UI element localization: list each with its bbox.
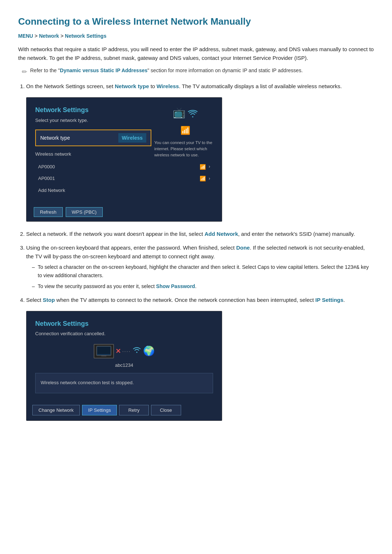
network-type-row[interactable]: Network type Wireless bbox=[35, 130, 151, 146]
step2-add-network-link[interactable]: Add Network bbox=[204, 231, 238, 237]
breadcrumb-sep2: > bbox=[61, 32, 64, 40]
status-text: Wireless network connection test is stop… bbox=[41, 380, 134, 385]
step3-sub-item-2: To view the security password as you ent… bbox=[32, 282, 374, 290]
page-title: Connecting to a Wireless Internet Networ… bbox=[18, 15, 374, 29]
ap0001-name: AP0001 bbox=[38, 175, 197, 182]
wifi-icon-ap0000: 📶 bbox=[200, 163, 206, 171]
intro-text: With networks that require a static IP a… bbox=[18, 45, 374, 62]
note-box: ✏ Refer to the "Dynamic versus Static IP… bbox=[18, 67, 374, 77]
globe-icon: 🌍 bbox=[143, 344, 155, 359]
chevron-ap0000: › bbox=[209, 163, 210, 170]
network-name: abc1234 bbox=[35, 362, 213, 369]
chevron-ap0001: › bbox=[209, 175, 210, 182]
wifi-diagram-icon bbox=[132, 345, 142, 357]
network-type-label: Network type bbox=[40, 134, 118, 142]
breadcrumb: MENU > Network > Network Settings bbox=[18, 32, 374, 40]
wifi-signal-icon bbox=[188, 108, 198, 121]
steps-list: On the Network Settings screen, set Netw… bbox=[18, 82, 374, 421]
ui-right-panel: 📺 📶 You can bbox=[154, 105, 216, 159]
ui-box1-bottom-bar: Refresh WPS (PBC) bbox=[26, 203, 222, 221]
step-1: On the Network Settings screen, set Netw… bbox=[26, 82, 374, 222]
pencil-icon: ✏ bbox=[22, 67, 27, 77]
svg-rect-2 bbox=[101, 356, 106, 356]
network-settings-box-2: Network Settings Connection verification… bbox=[26, 311, 222, 421]
close-button[interactable]: Close bbox=[151, 405, 181, 415]
change-network-button[interactable]: Change Network bbox=[32, 405, 80, 415]
retry-button[interactable]: Retry bbox=[119, 405, 148, 415]
right-panel-desc: You can connect your TV to the internet.… bbox=[154, 140, 216, 159]
step-4: Select Stop when the TV attempts to conn… bbox=[26, 296, 374, 421]
note-link[interactable]: Dynamic versus Static IP Addresses bbox=[60, 67, 147, 73]
step-2: Select a network. If the network you wan… bbox=[26, 230, 374, 238]
wps-pbc-button[interactable]: WPS (PBC) bbox=[66, 207, 103, 217]
step4-ip-settings-link[interactable]: IP Settings bbox=[315, 297, 343, 303]
svg-rect-1 bbox=[97, 347, 110, 354]
tv-diagram-icon bbox=[94, 344, 114, 358]
breadcrumb-sep1: > bbox=[34, 32, 37, 40]
ui-box2-subtitle: Connection verification cancelled. bbox=[35, 330, 213, 338]
tv-illustration-icon: 📺 bbox=[173, 105, 185, 121]
dots-line: ···· bbox=[122, 347, 131, 355]
add-network-btn[interactable]: Add Network bbox=[35, 185, 213, 197]
step1-wireless-link[interactable]: Wireless bbox=[156, 83, 179, 89]
breadcrumb-menu: MENU bbox=[18, 32, 33, 40]
ui-box2-bottom-bar: Change Network IP Settings Retry Close bbox=[26, 401, 222, 420]
step4-stop-link[interactable]: Stop bbox=[43, 297, 55, 303]
step-3: Using the on-screen keyboard that appear… bbox=[26, 243, 374, 290]
network-type-value: Wireless bbox=[118, 133, 146, 143]
step1-network-type-link[interactable]: Network type bbox=[115, 83, 149, 89]
wifi-icon-ap0001: 📶 bbox=[200, 175, 206, 182]
ui-box2-title: Network Settings bbox=[35, 319, 213, 329]
ap0000-name: AP0000 bbox=[38, 163, 197, 171]
breadcrumb-settings[interactable]: Network Settings bbox=[65, 32, 106, 40]
step3-sub-item-1: To select a character on the on-screen k… bbox=[32, 263, 374, 279]
ip-settings-button[interactable]: IP Settings bbox=[82, 405, 117, 415]
ap0000-row[interactable]: AP0000 📶 › bbox=[35, 161, 213, 173]
signal-bars-icon: 📶 bbox=[154, 124, 216, 137]
refresh-button[interactable]: Refresh bbox=[34, 207, 63, 217]
show-password-link[interactable]: Show Password bbox=[156, 283, 195, 289]
ap0001-row[interactable]: AP0001 📶 › bbox=[35, 173, 213, 184]
network-settings-box-1: Network Settings Select your network typ… bbox=[26, 97, 222, 222]
status-box: Wireless network connection test is stop… bbox=[35, 373, 213, 393]
step3-sub-list: To select a character on the on-screen k… bbox=[26, 263, 374, 290]
breadcrumb-network[interactable]: Network bbox=[39, 32, 59, 40]
step3-done-link[interactable]: Done bbox=[236, 245, 250, 251]
x-mark-icon: ✕ bbox=[115, 346, 121, 357]
connection-diagram: ✕ ···· 🌍 bbox=[35, 344, 213, 359]
note-text: Refer to the "Dynamic versus Static IP A… bbox=[30, 67, 303, 74]
